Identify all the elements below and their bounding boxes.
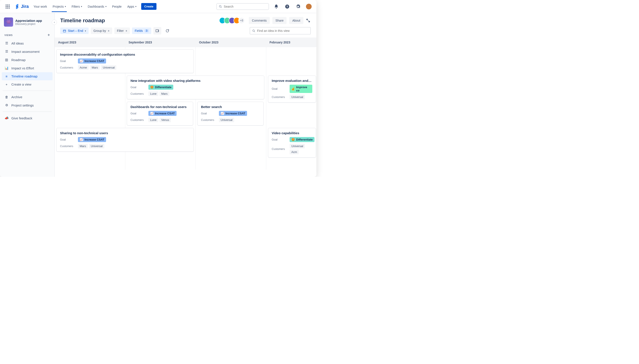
sidebar-item-label: Timeline roadmap bbox=[11, 74, 38, 78]
collaborator-avatars[interactable]: +3 bbox=[221, 17, 245, 24]
idea-card[interactable]: Dashboards for non-technical users Goal … bbox=[127, 102, 193, 126]
board-icon: ▥ bbox=[4, 58, 9, 62]
fields-chip[interactable]: Fields3 bbox=[132, 28, 151, 34]
month-column: February 2023 bbox=[266, 38, 316, 47]
idea-card[interactable]: Better search Goal 📈Increase CSAT Custom… bbox=[197, 102, 264, 126]
sidebar-item-label: All ideas bbox=[11, 42, 24, 45]
idea-card[interactable]: Improve discoverability of configuration… bbox=[56, 49, 194, 73]
idea-title: Video capabilities bbox=[272, 131, 312, 135]
chevron-down-icon: ▾ bbox=[106, 5, 106, 8]
idea-card[interactable]: Video capabilities Goal 🤩Differentiate C… bbox=[268, 128, 316, 158]
sidebar-item-impact-assessment[interactable]: ☰Impact assessment bbox=[2, 47, 52, 56]
create-button[interactable]: Create bbox=[141, 3, 156, 10]
idea-title: Better search bbox=[201, 105, 260, 109]
nav-projects[interactable]: Projects▾ bbox=[52, 1, 67, 12]
customer-chip: Mars bbox=[160, 92, 169, 96]
app-switcher-icon[interactable] bbox=[4, 3, 11, 10]
goal-chip: 📈Increase CSAT bbox=[78, 58, 106, 64]
sidebar-item-impact-vs-effort[interactable]: 📊Impact vs Effort bbox=[2, 64, 52, 72]
sidebar-item-label: Impact vs Effort bbox=[11, 66, 34, 70]
svg-rect-15 bbox=[156, 30, 158, 32]
help-icon[interactable]: ? bbox=[284, 3, 291, 10]
sidebar-item-label: Project settings bbox=[11, 104, 34, 107]
svg-rect-5 bbox=[9, 6, 10, 7]
svg-line-18 bbox=[254, 31, 255, 32]
search-icon bbox=[219, 5, 222, 8]
nav-filters[interactable]: Filters▾ bbox=[71, 4, 83, 10]
svg-rect-7 bbox=[7, 8, 8, 8]
chevron-down-icon: ▾ bbox=[81, 5, 82, 8]
about-button[interactable]: About bbox=[289, 17, 303, 24]
goal-chip: 🤩Differentiate bbox=[148, 85, 173, 90]
settings-icon[interactable] bbox=[294, 3, 302, 10]
share-button[interactable]: Share bbox=[272, 17, 286, 24]
megaphone-icon: 📣 bbox=[4, 116, 9, 120]
idea-title: Sharing to non-technical users bbox=[60, 131, 190, 135]
customer-chip: Acme bbox=[78, 65, 88, 70]
trash-icon: 🗑 bbox=[4, 95, 9, 99]
refresh-icon[interactable] bbox=[164, 27, 171, 34]
sidebar-item-all-ideas[interactable]: ☰All ideas bbox=[2, 39, 52, 47]
sidebar-item-create-view[interactable]: +Create a view bbox=[2, 80, 52, 88]
sidebar-item-label: Archive bbox=[11, 95, 22, 99]
nav-your-work[interactable]: Your work bbox=[33, 4, 48, 10]
svg-rect-4 bbox=[7, 6, 8, 7]
timeline[interactable]: August 2023 September 2023 October 2023 … bbox=[54, 38, 316, 177]
goal-chip: 📈Increase CSAT bbox=[148, 111, 176, 116]
search-input[interactable] bbox=[224, 5, 266, 8]
timeline-icon: ≡ bbox=[4, 74, 9, 78]
idea-card[interactable]: New integration with video sharing platf… bbox=[127, 76, 264, 99]
field-label-goal: Goal bbox=[201, 112, 217, 115]
view-toolbar: Start – End ▾ Group by+ Filter+ Fields3 bbox=[54, 24, 316, 38]
idea-title: Improve evaluation and co bbox=[272, 79, 312, 82]
field-label-customers: Customers bbox=[60, 66, 76, 69]
comments-button[interactable]: Comments bbox=[249, 17, 270, 24]
field-label-goal: Goal bbox=[60, 138, 76, 141]
nav-people[interactable]: People bbox=[111, 4, 123, 10]
idea-card[interactable]: Sharing to non-technical users Goal 📈Inc… bbox=[56, 128, 194, 152]
svg-point-17 bbox=[253, 30, 254, 32]
nav-dashboards[interactable]: Dashboards▾ bbox=[87, 4, 107, 10]
divider bbox=[2, 90, 52, 91]
gear-icon: ⚙ bbox=[4, 103, 9, 107]
svg-text:?: ? bbox=[286, 5, 288, 8]
field-label-goal: Goal bbox=[130, 112, 146, 115]
filter-chip[interactable]: Filter+ bbox=[114, 28, 130, 34]
sidebar-item-project-settings[interactable]: ⚙Project settings bbox=[2, 101, 52, 109]
collapse-sidebar-button[interactable]: ‹ bbox=[52, 20, 57, 25]
find-input[interactable] bbox=[257, 29, 308, 32]
sidebar-item-roadmap[interactable]: ▥Roadmap bbox=[2, 56, 52, 64]
sidebar-item-label: Give feedback bbox=[11, 116, 32, 120]
find-idea-search[interactable] bbox=[250, 27, 311, 34]
customer-chip: Universal bbox=[290, 144, 305, 148]
svg-line-10 bbox=[221, 7, 222, 8]
global-search[interactable] bbox=[216, 3, 269, 10]
month-column: August 2023 bbox=[54, 38, 125, 47]
svg-rect-3 bbox=[6, 6, 6, 7]
goal-chip: 💰Improve co bbox=[290, 85, 312, 93]
field-label-customers: Customers bbox=[130, 92, 146, 95]
sidebar-item-archive[interactable]: 🗑Archive bbox=[2, 93, 52, 101]
customer-chip: Lune bbox=[148, 118, 158, 122]
add-view-icon[interactable]: + bbox=[48, 33, 50, 37]
fullscreen-icon[interactable] bbox=[306, 18, 311, 23]
sidebar-item-feedback[interactable]: 📣Give feedback bbox=[2, 114, 52, 122]
main-content: Timeline roadmap +3 Comments Share About bbox=[54, 13, 316, 177]
user-avatar[interactable] bbox=[306, 3, 312, 10]
sidebar: ‹ 👾 Appreciation app Discovery project V… bbox=[0, 13, 54, 177]
nav-apps[interactable]: Apps▾ bbox=[126, 4, 137, 10]
idea-card[interactable]: Improve evaluation and co Goal 💰Improve … bbox=[268, 76, 316, 102]
sidebar-item-timeline-roadmap[interactable]: ≡Timeline roadmap bbox=[2, 72, 52, 80]
svg-point-9 bbox=[219, 5, 221, 7]
layout-settings-icon[interactable] bbox=[154, 27, 161, 34]
notifications-icon[interactable] bbox=[273, 3, 280, 10]
project-header[interactable]: 👾 Appreciation app Discovery project bbox=[2, 16, 52, 30]
more-avatars-badge[interactable]: +3 bbox=[238, 17, 245, 24]
customer-chip: Venus bbox=[160, 118, 171, 122]
idea-title: Dashboards for non-technical users bbox=[130, 105, 190, 109]
svg-rect-0 bbox=[6, 4, 6, 6]
divider bbox=[2, 112, 52, 112]
jira-logo[interactable]: Jira bbox=[15, 4, 29, 9]
group-by-chip[interactable]: Group by+ bbox=[91, 28, 112, 34]
date-range-chip[interactable]: Start – End ▾ bbox=[60, 28, 88, 34]
